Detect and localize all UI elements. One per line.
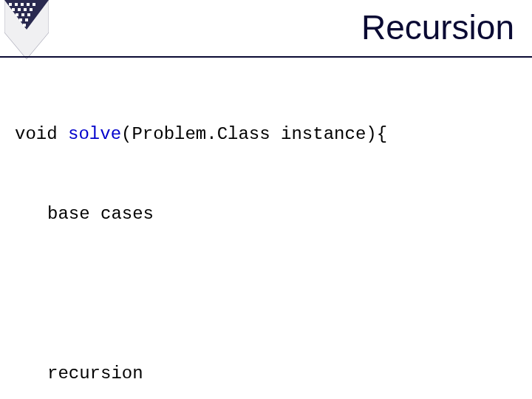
logo-shield-icon [4,0,49,59]
svg-rect-2 [21,3,24,6]
code-text: void [15,124,68,144]
svg-rect-3 [27,3,30,6]
code-line-2: base cases [15,201,517,228]
svg-rect-14 [23,24,26,27]
svg-rect-7 [24,8,27,11]
slide: Recursion void solve(Problem.Class insta… [0,0,532,399]
svg-rect-5 [12,8,15,11]
svg-rect-9 [16,13,18,16]
svg-rect-11 [27,13,30,16]
svg-rect-0 [9,3,12,6]
title-underline [0,56,532,58]
svg-rect-12 [19,18,22,21]
code-line-3: recursion [15,361,517,387]
code-text: (Problem.Class instance){ [121,124,387,144]
code-block: void solve(Problem.Class instance){ base… [15,68,517,399]
svg-rect-1 [15,3,18,6]
code-func-name: solve [68,124,121,144]
svg-rect-6 [18,8,21,11]
svg-rect-4 [33,3,35,6]
svg-rect-13 [25,18,28,21]
code-line-1: void solve(Problem.Class instance){ [15,121,517,148]
svg-rect-8 [30,8,33,11]
slide-title: Recursion [361,7,514,47]
svg-rect-10 [21,13,24,16]
code-blank-line [15,281,517,307]
